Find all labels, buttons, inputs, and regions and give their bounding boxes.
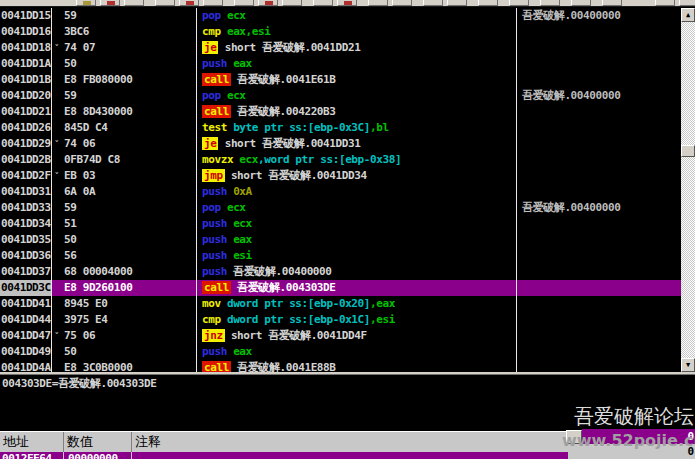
disasm-row[interactable]: 0041DD163BC6cmp eax,esi	[0, 24, 681, 40]
disasm-row[interactable]: 0041DD2B0FB74D C8movzx ecx,word ptr ss:[…	[0, 152, 681, 168]
disasm-row[interactable]: 0041DD3656push esi	[0, 248, 681, 264]
instruction-cell: jmp short 吾爱破解.0041DD34	[196, 168, 516, 184]
toolbar-button[interactable]	[124, 0, 144, 6]
instruction-part: 吾爱破解.00400000	[227, 265, 332, 278]
toolbar-button[interactable]	[602, 0, 622, 6]
column-header-地址[interactable]: 地址	[0, 432, 64, 452]
disasm-row[interactable]: 0041DD443975 E4cmp dword ptr ss:[ebp-0x1…	[0, 312, 681, 328]
comment-cell	[516, 328, 681, 344]
toolbar-icon-fragment	[265, 1, 273, 5]
toolbar-button[interactable]	[447, 0, 467, 6]
jump-marker-empty	[51, 216, 62, 232]
toolbar-button[interactable]	[392, 0, 412, 6]
toolbar-button[interactable]	[76, 0, 96, 6]
comment-cell	[516, 344, 681, 360]
disasm-row[interactable]: 0041DD3CE8 9D260100call 吾爱破解.004303DE	[0, 280, 681, 296]
pane-divider[interactable]	[0, 372, 695, 375]
toolbar-button[interactable]	[423, 0, 443, 6]
disasm-row[interactable]: 0041DD1BE8 FB080000call 吾爱破解.0041E61B	[0, 72, 681, 88]
hex-bytes-cell: E8 8D430000	[62, 104, 196, 120]
column-separator[interactable]	[51, 8, 52, 373]
toolbar-button[interactable]	[155, 0, 175, 6]
disasm-row[interactable]: 0041DD3768 00004000push 吾爱破解.00400000	[0, 264, 681, 280]
disasm-row[interactable]: 0041DD418945 E0mov dword ptr ss:[ebp-0x2…	[0, 296, 681, 312]
disasm-row[interactable]: 0041DD3451push ecx	[0, 216, 681, 232]
instruction-part: call	[202, 281, 231, 294]
disasm-row[interactable]: 0041DD2059pop ecx吾爱破解.00400000	[0, 88, 681, 104]
vertical-scrollbar[interactable]: ▲ ▼	[681, 8, 695, 372]
toolbar-button[interactable]	[203, 0, 223, 6]
jump-marker-empty	[51, 248, 62, 264]
toolbar-button[interactable]	[234, 0, 254, 6]
disasm-row[interactable]: 0041DD26845D C4test byte ptr ss:[ebp-0x3…	[0, 120, 681, 136]
disasm-row[interactable]: 0041DD316A 0Apush 0xA	[0, 184, 681, 200]
jump-marker-empty	[51, 200, 62, 216]
disasm-row[interactable]: 0041DD29˅74 06je short 吾爱破解.0041DD31	[0, 136, 681, 152]
toolbar-button[interactable]	[478, 0, 498, 6]
comment-cell	[516, 104, 681, 120]
instruction-part: short 吾爱破解.0041DD21	[218, 41, 360, 54]
toolbar-button[interactable]	[179, 0, 199, 6]
instruction-part: esi	[233, 249, 252, 262]
toolbar-button[interactable]	[540, 0, 560, 6]
scroll-up-icon[interactable]: ▲	[681, 8, 695, 22]
address-cell: 0012FF64	[0, 452, 64, 459]
instruction-part: ecx	[239, 153, 258, 166]
jump-marker-empty	[51, 232, 62, 248]
watermark-site-url: www.52pojie.cn	[562, 431, 695, 450]
toolbar-button[interactable]	[258, 0, 278, 6]
disasm-row[interactable]: 0041DD47˅75 06jnz short 吾爱破解.0041DD4F	[0, 328, 681, 344]
toolbar-button[interactable]	[655, 0, 675, 6]
disasm-row[interactable]: 0041DD4950push eax	[0, 344, 681, 360]
toolbar-button[interactable]	[337, 0, 357, 6]
instruction-part: ecx	[227, 9, 246, 22]
disasm-row[interactable]: 0041DD3550push eax	[0, 232, 681, 248]
scrollbar-thumb[interactable]	[681, 145, 695, 157]
jump-marker-empty	[51, 184, 62, 200]
hex-bytes-cell: 75 06	[62, 328, 196, 344]
toolbar-icon-fragment	[83, 1, 91, 5]
disasm-row[interactable]: 0041DD18˅74 07je short 吾爱破解.0041DD21	[0, 40, 681, 56]
instruction-part: eax,esi	[227, 25, 271, 38]
hex-bytes-cell: 59	[62, 88, 196, 104]
disasm-row[interactable]: 0041DD1559pop ecx吾爱破解.00400000	[0, 8, 681, 24]
toolbar-button[interactable]	[679, 0, 695, 6]
instruction-cell: call 吾爱破解.0041E61B	[196, 72, 516, 88]
address-cell: 0041DD47	[0, 328, 51, 344]
column-header-注释[interactable]: 注释	[132, 432, 569, 452]
jump-marker-empty	[51, 88, 62, 104]
instruction-part: je	[202, 41, 218, 54]
bottom-pane-row[interactable]: 0012FF64 00000000	[0, 452, 569, 459]
hex-bytes-cell: 3975 E4	[62, 312, 196, 328]
column-separator[interactable]	[516, 8, 517, 373]
toolbar-button[interactable]	[368, 0, 388, 6]
jump-marker-empty	[51, 24, 62, 40]
disasm-row[interactable]: 0041DD3359pop ecx吾爱破解.00400000	[0, 200, 681, 216]
disassembly-pane[interactable]: 0041DD1559pop ecx吾爱破解.004000000041DD163B…	[0, 8, 681, 373]
address-cell: 0041DD44	[0, 312, 51, 328]
column-header-数值[interactable]: 数值	[64, 432, 132, 452]
hex-bytes-cell: 50	[62, 232, 196, 248]
scroll-down-icon[interactable]: ▼	[681, 358, 695, 372]
comment-cell	[516, 312, 681, 328]
instruction-part: jmp	[202, 169, 225, 182]
instruction-cell: cmp eax,esi	[196, 24, 516, 40]
hex-bytes-cell: 68 00004000	[62, 264, 196, 280]
disasm-row[interactable]: 0041DD2F˅EB 03jmp short 吾爱破解.0041DD34	[0, 168, 681, 184]
column-separator[interactable]	[196, 8, 197, 373]
address-cell: 0041DD20	[0, 88, 51, 104]
toolbar-button[interactable]	[313, 0, 333, 6]
toolbar-button[interactable]	[282, 0, 302, 6]
instruction-part: 0xA	[233, 185, 252, 198]
comment-cell	[516, 24, 681, 40]
disasm-row[interactable]: 0041DD21E8 8D430000call 吾爱破解.004220B3	[0, 104, 681, 120]
toolbar-button[interactable]	[571, 0, 591, 6]
disasm-row[interactable]: 0041DD1A50push eax	[0, 56, 681, 72]
instruction-part: eax	[233, 345, 252, 358]
toolbar-button[interactable]	[509, 0, 529, 6]
toolbar-button[interactable]	[100, 0, 120, 6]
instruction-part: ,bl	[370, 121, 389, 134]
hex-bytes-cell: E8 9D260100	[62, 280, 196, 296]
instruction-cell: test byte ptr ss:[ebp-0x3C],bl	[196, 120, 516, 136]
jump-marker-empty	[51, 72, 62, 88]
